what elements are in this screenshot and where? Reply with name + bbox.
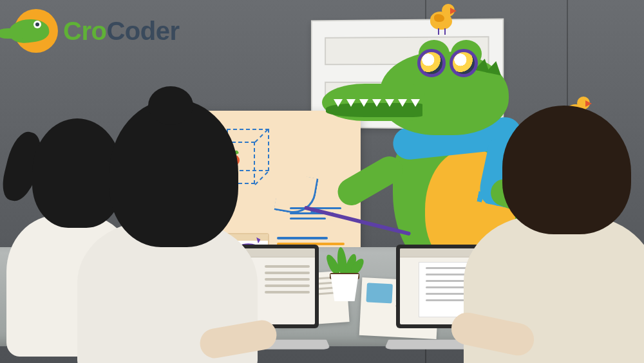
crocoder-logo-mark <box>14 9 58 53</box>
potted-plant <box>322 274 367 301</box>
person <box>457 93 644 363</box>
crocoder-logo: CroCoder <box>14 9 179 53</box>
logo-text-cro: Cro <box>63 17 106 45</box>
glasses-icon <box>417 49 478 77</box>
crocoder-logo-text: CroCoder <box>63 17 179 46</box>
person <box>71 93 264 363</box>
logo-text-coder: Coder <box>106 17 179 45</box>
